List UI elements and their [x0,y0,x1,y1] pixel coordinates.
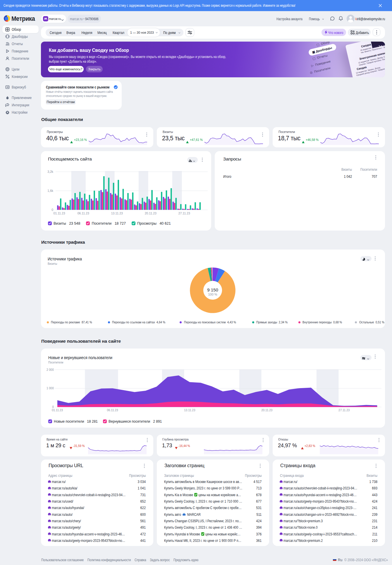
svg-text:13.11.23: 13.11.23 [111,211,123,215]
svg-text:13.11.23: 13.11.23 [184,409,195,412]
svg-text:3,2k: 3,2k [47,170,54,173]
svg-text:20.11.23: 20.11.23 [145,211,157,215]
svg-text:06.11.23: 06.11.23 [107,409,118,412]
svg-text:06.11.23: 06.11.23 [78,211,89,215]
svg-text:20.11.23: 20.11.23 [261,409,273,412]
svg-text:27.11.23: 27.11.23 [178,211,190,215]
svg-text:1 000: 1 000 [47,387,54,390]
svg-text:01.11.23: 01.11.23 [52,409,63,412]
svg-text:2 000: 2 000 [47,368,54,371]
svg-text:01.11.23: 01.11.23 [54,211,65,215]
svg-text:0: 0 [52,405,54,409]
svg-text:27.11.23: 27.11.23 [338,409,350,412]
svg-text:1,6k: 1,6k [47,189,54,192]
svg-text:0: 0 [51,208,53,211]
